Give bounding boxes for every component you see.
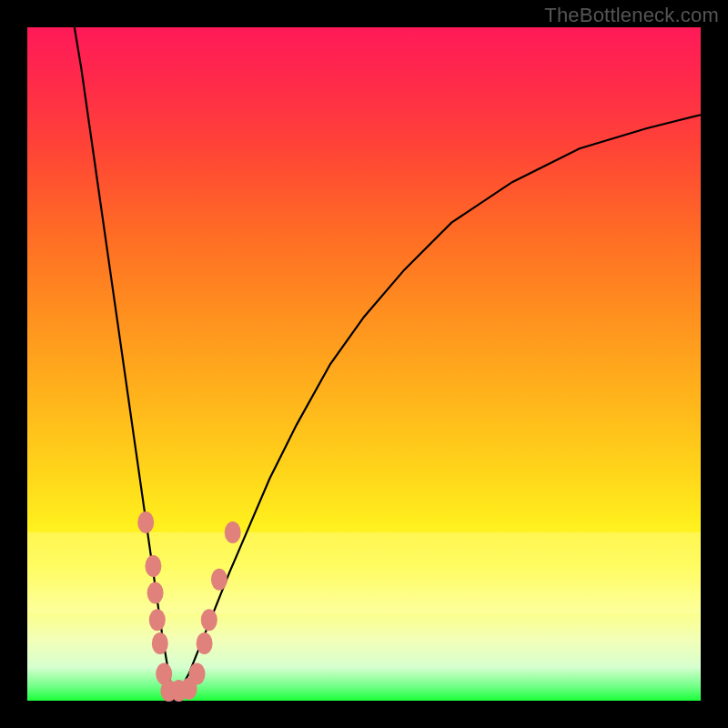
data-point xyxy=(152,632,168,654)
plot-area xyxy=(27,27,701,701)
data-point xyxy=(149,609,166,631)
curve-right xyxy=(174,115,701,701)
data-point xyxy=(137,511,154,533)
data-point xyxy=(147,582,164,604)
data-point xyxy=(145,555,161,577)
data-point xyxy=(201,609,217,631)
curves-group xyxy=(75,27,701,701)
data-points-group xyxy=(137,511,241,702)
chart-svg xyxy=(27,27,701,701)
data-point xyxy=(197,632,213,654)
watermark-text: TheBottleneck.com xyxy=(544,4,719,27)
data-point xyxy=(189,662,206,684)
chart-frame: TheBottleneck.com xyxy=(0,0,728,728)
data-point xyxy=(225,521,241,543)
data-point xyxy=(211,569,228,591)
